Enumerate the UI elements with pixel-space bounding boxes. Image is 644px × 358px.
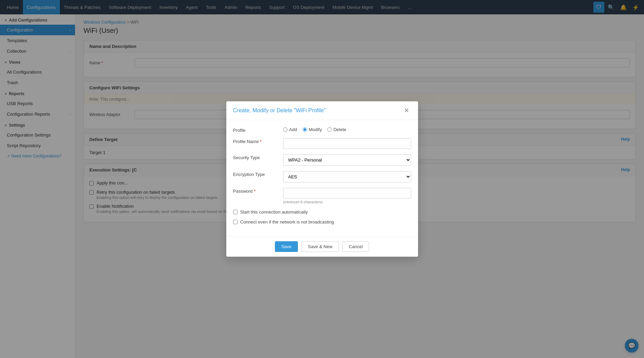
- password-row: Password * (minimum 8 characters): [233, 188, 411, 204]
- profile-radio-group: Add Modify Delete: [283, 127, 411, 132]
- modal-title: Create, Modify or Delete "WiFi Profile": [233, 107, 326, 114]
- profile-name-input[interactable]: [283, 138, 411, 149]
- password-control: (minimum 8 characters): [283, 188, 411, 204]
- radio-delete-label: Delete: [333, 127, 346, 132]
- password-input[interactable]: [283, 188, 411, 199]
- radio-add-label: Add: [289, 127, 297, 132]
- profile-label: Profile: [233, 127, 278, 133]
- auto-connect-label[interactable]: Start this connection automatically: [240, 209, 308, 215]
- encryption-type-row: Encryption Type AES TKIP AES or TKIP: [233, 171, 411, 182]
- save-new-button[interactable]: Save & New: [301, 241, 339, 252]
- modal-body: Profile Add Modify Delete: [226, 120, 418, 236]
- modal-overlay: Create, Modify or Delete "WiFi Profile" …: [0, 0, 644, 358]
- non-broadcast-label[interactable]: Connect even if the network is not broad…: [240, 219, 334, 225]
- radio-modify-input[interactable]: [303, 127, 307, 132]
- modal-footer: Save Save & New Cancel: [226, 236, 418, 257]
- radio-modify[interactable]: Modify: [303, 127, 322, 132]
- security-type-label: Security Type: [233, 154, 278, 160]
- radio-add[interactable]: Add: [283, 127, 297, 132]
- cancel-button[interactable]: Cancel: [342, 241, 369, 252]
- auto-connect-checkbox[interactable]: [233, 210, 238, 214]
- radio-delete-input[interactable]: [327, 127, 332, 132]
- radio-add-input[interactable]: [283, 127, 288, 132]
- save-button[interactable]: Save: [275, 241, 298, 252]
- close-icon[interactable]: ✕: [402, 107, 411, 114]
- profile-name-label: Profile Name *: [233, 138, 278, 144]
- security-type-row: Security Type WPA2 - Personal WPA - Pers…: [233, 154, 411, 166]
- modal-header: Create, Modify or Delete "WiFi Profile" …: [226, 101, 418, 120]
- encryption-type-label: Encryption Type: [233, 171, 278, 177]
- password-label: Password *: [233, 188, 278, 194]
- encryption-type-control: AES TKIP AES or TKIP: [283, 171, 411, 182]
- profile-name-row: Profile Name *: [233, 138, 411, 149]
- password-hint: (minimum 8 characters): [283, 200, 411, 204]
- auto-connect-row: Start this connection automatically: [233, 209, 411, 215]
- radio-delete[interactable]: Delete: [327, 127, 346, 132]
- radio-modify-label: Modify: [309, 127, 322, 132]
- security-type-select[interactable]: WPA2 - Personal WPA - Personal WPA2 - En…: [283, 154, 411, 166]
- security-type-control: WPA2 - Personal WPA - Personal WPA2 - En…: [283, 154, 411, 166]
- non-broadcast-row: Connect even if the network is not broad…: [233, 219, 411, 225]
- encryption-type-select[interactable]: AES TKIP AES or TKIP: [283, 171, 411, 182]
- wifi-profile-modal: Create, Modify or Delete "WiFi Profile" …: [226, 101, 418, 257]
- profile-name-control: [283, 138, 411, 149]
- non-broadcast-checkbox[interactable]: [233, 220, 238, 224]
- profile-radios: Add Modify Delete: [283, 127, 411, 132]
- profile-row: Profile Add Modify Delete: [233, 127, 411, 133]
